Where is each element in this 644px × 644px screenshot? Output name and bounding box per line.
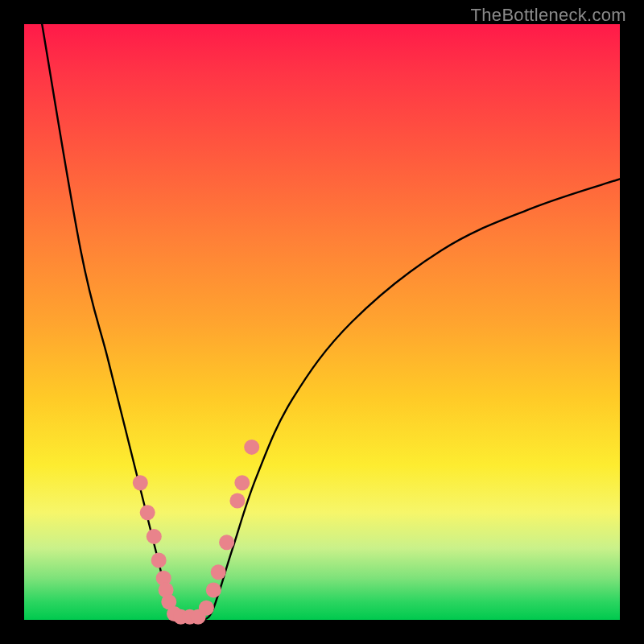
data-marker [234,475,250,490]
bottleneck-curve [42,24,620,621]
data-marker [133,475,148,490]
data-marker [211,564,226,580]
data-marker [151,553,167,568]
data-marker [219,535,234,550]
marker-group [133,440,259,625]
data-marker [199,601,214,616]
data-marker [229,493,245,509]
data-marker [206,583,221,598]
data-marker [244,440,259,455]
chart-frame: TheBottleneck.com [0,0,644,644]
data-marker [140,505,155,520]
curve-layer [24,24,620,620]
watermark-label: TheBottleneck.com [471,5,626,26]
data-marker [147,529,162,544]
plot-area [24,24,620,620]
